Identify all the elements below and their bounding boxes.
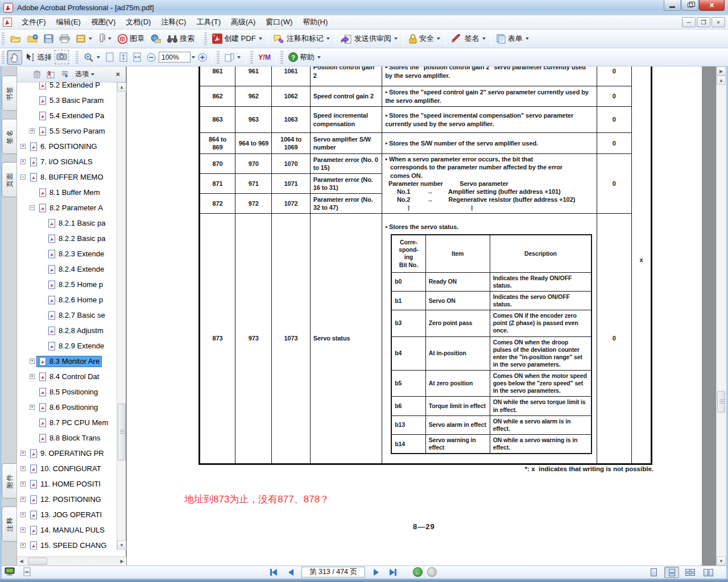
- bookmarks-scrollbar[interactable]: ▲ ▼: [117, 82, 126, 550]
- bookmark-item[interactable]: − 8.2 Parameter A: [17, 200, 126, 215]
- menu-item[interactable]: 窗口(W): [260, 15, 297, 29]
- expander-icon[interactable]: −: [30, 205, 35, 210]
- bookmark-item[interactable]: + 7. I/O SIGNALS: [17, 154, 126, 169]
- sign-button[interactable]: 签名: [448, 31, 489, 46]
- panel-close-button[interactable]: ×: [113, 70, 122, 78]
- document-scrollbar[interactable]: ▶ ▲ ▼: [716, 66, 726, 566]
- zoom-tool-button[interactable]: [81, 50, 103, 65]
- dropdown-arrow-icon[interactable]: [89, 38, 92, 40]
- menu-item[interactable]: 编辑(E): [51, 15, 86, 29]
- comment-markup-button[interactable]: 注释和标记: [270, 31, 333, 46]
- dropdown-arrow-icon[interactable]: [108, 38, 111, 40]
- actual-size-button[interactable]: [103, 50, 117, 64]
- doc-close-button[interactable]: ×: [712, 17, 725, 27]
- menu-item[interactable]: 文件(F): [16, 15, 51, 29]
- doc-restore-button[interactable]: ❐: [697, 17, 710, 27]
- organizer-button[interactable]: [73, 32, 95, 45]
- expander-icon[interactable]: +: [20, 451, 26, 456]
- expander-icon[interactable]: +: [30, 128, 35, 134]
- scroll-down-icon[interactable]: ▼: [117, 541, 126, 550]
- save-button[interactable]: [41, 32, 56, 45]
- menu-item[interactable]: 帮助(H): [297, 15, 333, 29]
- zoom-in-button[interactable]: [195, 51, 210, 64]
- bookmark-item[interactable]: + 8.6 Positioning: [17, 400, 126, 415]
- bookmark-item[interactable]: 8.5 Positioning: [17, 384, 126, 400]
- send-review-button[interactable]: 发送供审阅: [338, 31, 400, 46]
- facing-page-button[interactable]: [701, 567, 715, 578]
- new-bookmark-button[interactable]: [60, 69, 71, 80]
- toolbar-grip[interactable]: [2, 51, 5, 64]
- scroll-left-icon[interactable]: ◀: [17, 557, 26, 566]
- dropdown-arrow-icon[interactable]: [482, 38, 486, 40]
- nav-tab[interactable]: 附件: [2, 463, 16, 498]
- bookmark-item[interactable]: 8.2.3 Extende: [17, 246, 126, 261]
- dropdown-arrow-icon[interactable]: [326, 38, 330, 40]
- expander-icon[interactable]: +: [20, 466, 26, 471]
- restore-button[interactable]: [681, 0, 698, 11]
- nav-tab[interactable]: 页面: [2, 162, 16, 197]
- bookmark-item[interactable]: 8.7 PC CPU Mem: [17, 415, 126, 430]
- bookmark-item[interactable]: + 14. MANUAL PULS: [17, 522, 126, 538]
- zoom-out-button[interactable]: [144, 51, 159, 64]
- fit-page-button[interactable]: [117, 50, 130, 64]
- bookmark-item[interactable]: 8.8 Block Trans: [17, 430, 126, 446]
- snapshot-tool-button[interactable]: [55, 50, 69, 64]
- page-size-button[interactable]: [23, 567, 32, 579]
- stamp-button[interactable]: 印 图章: [114, 31, 147, 47]
- menu-item[interactable]: 文档(D): [121, 15, 156, 29]
- create-pdf-button[interactable]: 创建 PDF: [209, 31, 265, 46]
- security-button[interactable]: 安全: [406, 31, 443, 46]
- yahoo-messenger-button[interactable]: Y!M: [255, 51, 274, 64]
- bookmark-item[interactable]: 8.2.5 Home p: [17, 277, 126, 292]
- expander-icon[interactable]: +: [20, 543, 26, 548]
- print-button[interactable]: [56, 32, 73, 45]
- toolbar-grip[interactable]: [204, 32, 207, 45]
- bookmark-item[interactable]: − 8. BUFFER MEMO: [17, 169, 126, 185]
- dropdown-arrow-icon[interactable]: [437, 38, 440, 40]
- hscrollbar-thumb[interactable]: [28, 558, 47, 565]
- bookmark-item[interactable]: + 12. POSITIONING: [17, 492, 126, 507]
- menu-item[interactable]: 高级(A): [226, 15, 260, 29]
- bookmark-item[interactable]: 8.2.1 Basic pa: [17, 215, 126, 231]
- hand-tool-button[interactable]: [7, 50, 22, 65]
- menu-item[interactable]: 注释(C): [156, 15, 191, 29]
- screen-mode-button[interactable]: [5, 567, 15, 579]
- page-display-button[interactable]: [222, 51, 243, 64]
- options-menu-button[interactable]: 选项: [74, 68, 96, 80]
- bookmark-item[interactable]: + 8.4 Control Dat: [17, 369, 126, 384]
- minimize-button[interactable]: [664, 0, 681, 11]
- nav-tab[interactable]: 书签: [2, 76, 16, 111]
- search-button[interactable]: 搜索: [164, 31, 197, 46]
- dropdown-arrow-icon[interactable]: [259, 38, 262, 40]
- doc-minimize-button[interactable]: ─: [682, 17, 696, 27]
- single-page-button[interactable]: [646, 567, 661, 578]
- bookmark-item[interactable]: 8.2.2 Basic pa: [17, 231, 126, 246]
- page-number-field[interactable]: 第 313 / 474 页: [301, 567, 365, 577]
- bookmark-item[interactable]: 8.2.8 Adjustm: [17, 323, 126, 338]
- nav-tab[interactable]: 签名: [2, 119, 16, 154]
- bookmark-item[interactable]: 5.3 Basic Param: [17, 93, 126, 108]
- toolbar-grip[interactable]: [76, 51, 78, 64]
- delete-bookmark-button[interactable]: [32, 69, 42, 80]
- bookmark-item[interactable]: 8.2.7 Basic se: [17, 307, 126, 323]
- dropdown-arrow-icon[interactable]: [526, 38, 529, 40]
- bookmark-item[interactable]: + 13. JOG OPERATI: [17, 507, 126, 522]
- expand-current-bookmark-button[interactable]: [46, 69, 56, 80]
- scroll-up-icon[interactable]: ▲: [117, 82, 126, 92]
- attach-button[interactable]: [95, 31, 114, 46]
- expander-icon[interactable]: +: [20, 159, 26, 164]
- bookmark-item[interactable]: 8.1 Buffer Mem: [17, 185, 126, 200]
- expander-icon[interactable]: −: [20, 174, 26, 180]
- forms-button[interactable]: 表单: [494, 31, 532, 46]
- bookmark-item[interactable]: 8.2.9 Extende: [17, 338, 126, 354]
- scrollbar-thumb[interactable]: [717, 391, 725, 413]
- bookmark-item[interactable]: + 9. OPERATING PR: [17, 446, 126, 461]
- bookmark-item[interactable]: 5.2 Extended P: [17, 82, 126, 93]
- close-button[interactable]: ×: [699, 0, 725, 11]
- first-page-button[interactable]: [267, 567, 280, 577]
- dropdown-arrow-icon[interactable]: [237, 56, 241, 59]
- toolbar-grip[interactable]: [2, 32, 5, 45]
- nav-tab[interactable]: 注释: [2, 506, 16, 542]
- toolbar-grip[interactable]: [217, 51, 220, 64]
- open-web-button[interactable]: [24, 32, 41, 45]
